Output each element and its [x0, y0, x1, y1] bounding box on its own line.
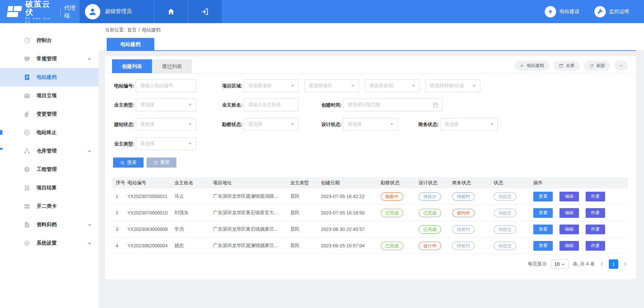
sidebar-item-console[interactable]: 控制台 — [0, 31, 99, 50]
panel-toolbar: 电站建档全屏刷新 — [514, 61, 628, 71]
breadcrumb-home[interactable]: 首页 — [127, 27, 137, 33]
sidebar-item-engineering-management[interactable]: 工程管理 — [0, 160, 99, 179]
placeholder-text: 请选择 — [140, 102, 154, 108]
cell-survey-status: 勘察中 — [381, 192, 419, 201]
cell-design-status: 已完成 — [419, 225, 452, 234]
edit-button[interactable]: 编辑 — [559, 192, 579, 201]
edit-button[interactable]: 编辑 — [559, 208, 579, 218]
header-nav-station-build[interactable]: 电站建设 — [545, 6, 580, 17]
content-topbar: 当前位置: 首页 / 电站建档 电站建档 — [99, 23, 644, 50]
avatar[interactable] — [85, 4, 100, 19]
cell-business-status: 待签约 — [452, 225, 494, 234]
status-badge: 勘察中 — [381, 192, 403, 201]
view-button[interactable]: 查看 — [533, 241, 553, 251]
sidebar-item-data-archive[interactable]: 资料归档 — [0, 215, 99, 234]
next-page-button[interactable] — [623, 261, 628, 267]
column-header: 序号 — [116, 180, 127, 186]
cell-station-code: YX2023063000009 — [127, 227, 174, 232]
sidebar-item-second-type-card[interactable]: 开二类卡 — [0, 197, 99, 215]
view-button[interactable]: 查看 — [533, 208, 553, 218]
cell-owner-name: 马云 — [174, 193, 213, 199]
column-header: 业主类型 — [290, 180, 321, 186]
toolbar-refresh-button[interactable]: 刷新 — [584, 61, 610, 71]
edit-button[interactable]: 编辑 — [559, 241, 579, 251]
filter-select-business-status[interactable]: 请选择 — [440, 118, 498, 131]
breadcrumb-prefix: 当前位置: — [105, 27, 125, 33]
filter-select-city[interactable]: 请选择城市 — [304, 79, 359, 92]
chevron-down-icon — [87, 223, 92, 227]
page-tab-station-archive[interactable]: 电站建档 — [107, 38, 154, 50]
caret-down-icon — [189, 143, 192, 145]
sidebar-item-project-initiation[interactable]: 项目立项 — [0, 86, 99, 105]
sidebar-item-warehouse-management[interactable]: 仓库管理 — [0, 142, 99, 160]
user-menu[interactable]: 超级管理员 — [79, 0, 154, 23]
column-header: 电站编号 — [127, 180, 174, 186]
void-button[interactable]: 作废 — [586, 225, 605, 234]
toolbar-collapse-button[interactable] — [614, 61, 628, 71]
status-badge: 待设计 — [419, 192, 441, 201]
filter-label-owner-type-2: 业主类型: — [105, 137, 135, 150]
table-row: 2YX2023070500010刘强东广东深圳龙华区黄石镇星官大...居民202… — [112, 205, 628, 221]
archive-icon — [23, 221, 31, 228]
status-badge: 设计中 — [419, 242, 441, 250]
void-button[interactable]: 作废 — [586, 241, 605, 251]
placeholder-text: 请选择 — [444, 121, 459, 127]
filter-select-province[interactable]: 请选择省份 — [244, 79, 299, 92]
sidebar-item-general-management[interactable]: 常规管理 — [0, 50, 99, 68]
cell-status: 待提交 — [494, 192, 533, 201]
page-1-button[interactable]: 1 — [609, 259, 618, 269]
filter-select-district[interactable]: 请选择县/区 — [365, 79, 420, 92]
filter-select-build-status[interactable]: 请选择 — [136, 118, 196, 131]
cell-address: 广东深圳龙华区观澜镇观湖路... — [213, 193, 290, 199]
caret-down-icon — [412, 85, 415, 87]
cell-actions: 查看编辑作废 — [533, 241, 628, 251]
filter-select-town[interactable]: 请选择村镇/街道 — [425, 79, 480, 92]
view-button[interactable]: 查看 — [533, 192, 553, 201]
edit-button[interactable]: 编辑 — [559, 225, 579, 234]
home-button[interactable] — [154, 0, 188, 23]
cell-survey-status: 已完成 — [381, 242, 419, 250]
reset-button[interactable]: 重置 — [147, 158, 176, 168]
sidebar-item-station-termination[interactable]: 电站终止 — [0, 123, 99, 142]
cell-created-at: 2023-07-05 16:18:50 — [321, 210, 381, 215]
sidebar-scrollbar-thumb[interactable] — [0, 130, 2, 135]
filter-input-station-code[interactable]: 请输入电站编号 — [136, 79, 196, 92]
sidebar-item-project-settlement[interactable]: 项目结算 — [0, 179, 99, 197]
filter-select-design-status[interactable]: 请选择 — [343, 118, 398, 131]
sidebar-item-change-management[interactable]: 变更管理 — [0, 105, 99, 123]
filter-select-survey-status[interactable]: 请选择 — [244, 118, 299, 131]
void-button[interactable]: 作废 — [586, 208, 605, 218]
logout-button[interactable] — [188, 0, 222, 23]
tab-passed-list[interactable]: 通过列表 — [152, 59, 192, 73]
sidebar-item-system-settings[interactable]: 系统设置 — [0, 234, 99, 252]
placeholder-text: 请选择城市 — [309, 83, 332, 89]
filter-input-owner-name[interactable]: 请输入业主姓名 — [244, 99, 299, 111]
sidebar-item-label: 常规管理 — [37, 56, 57, 62]
logout-icon — [201, 7, 209, 16]
tab-create-list[interactable]: 创建列表 — [112, 59, 152, 73]
placeholder-text: 请选择日期范围 — [347, 102, 380, 108]
sidebar-item-station-archive[interactable]: 电站建档 — [0, 68, 99, 86]
placeholder-text: 请选择县/区 — [369, 83, 394, 89]
sidebar-scrollbar-thumb[interactable] — [0, 148, 2, 150]
table-header-row: 序号电站编号业主姓名项目地址业主类型创建日期勘察状态设计状态商务状态状态操作 — [112, 177, 628, 188]
placeholder-text: 请选择村镇/街道 — [430, 83, 464, 89]
view-button[interactable]: 查看 — [533, 225, 553, 234]
record-icon — [23, 129, 31, 136]
prev-page-button[interactable] — [599, 261, 604, 267]
toolbar-fullscreen-button[interactable]: 全屏 — [553, 61, 580, 71]
table-row: 3YX2023063000009学员广东深圳龙华区黄石镇姚家庄...居民2023… — [112, 221, 628, 238]
sidebar-item-label: 项目结算 — [37, 185, 57, 191]
page-size-select[interactable]: 10 — [551, 259, 569, 269]
logo-divider — [60, 7, 61, 16]
filter-select-owner-type-2[interactable]: 请选择 — [136, 137, 196, 150]
void-button[interactable]: 作废 — [586, 192, 605, 201]
toolbar-create-station-button[interactable]: 电站建档 — [514, 61, 549, 71]
header-nav-monitor-ops[interactable]: 监控运维 — [594, 6, 629, 17]
cell-design-status: 已完成 — [419, 209, 452, 217]
app-header: 破茧云伏 Po Jian Yun Fu 代理端 超级管理员 电站建设监控运维 — [0, 0, 644, 23]
search-button[interactable]: 搜索 — [113, 158, 144, 168]
filter-select-owner-type[interactable]: 请选择 — [136, 99, 196, 111]
column-header: 勘察状态 — [381, 180, 419, 186]
filter-date-input-create-time[interactable]: 请选择日期范围 — [343, 99, 443, 111]
